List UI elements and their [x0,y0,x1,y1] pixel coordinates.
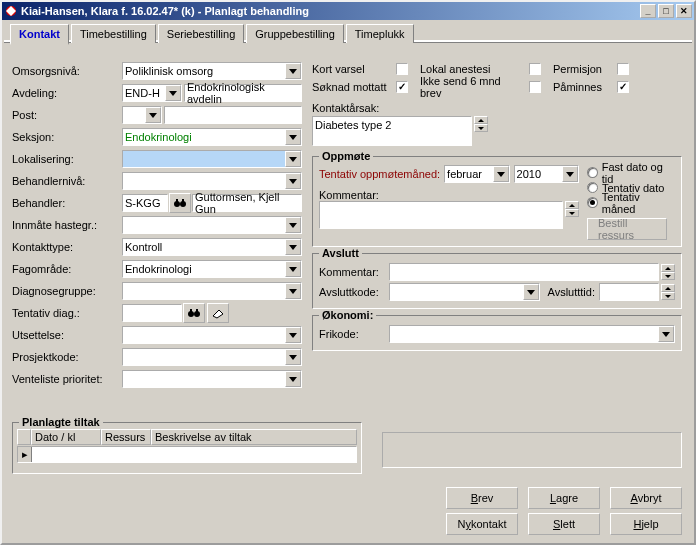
behandlerniva-select[interactable] [122,172,302,190]
slett-button[interactable]: Slett [528,513,600,535]
lokalanestesi-checkbox[interactable] [529,63,541,75]
year-select[interactable]: 2010 [514,165,579,183]
prosjektkode-select[interactable] [122,348,302,366]
chevron-down-icon[interactable] [285,371,301,387]
tab-timeplukk[interactable]: Timeplukk [346,24,414,43]
col-dato[interactable]: Dato / kl [31,429,101,445]
radio-maned[interactable] [587,197,598,208]
avslutttid-input[interactable] [599,283,659,301]
chevron-down-icon[interactable] [285,63,301,79]
tab-gruppebestilling[interactable]: Gruppebestilling [246,24,344,43]
seksjon-select[interactable]: Endokrinologi [122,128,302,146]
radio-fast[interactable] [587,167,598,178]
soknad-checkbox[interactable] [396,81,408,93]
hjelp-button[interactable]: Hjelp [610,513,682,535]
tab-kontakt[interactable]: Kontakt [10,24,69,45]
close-button[interactable]: ✕ [676,4,692,18]
chevron-down-icon[interactable] [285,151,301,167]
post-select[interactable] [122,106,162,124]
lagre-button[interactable]: Lagre [528,487,600,509]
lokalisering-label: Lokalisering: [12,153,122,165]
chevron-down-icon[interactable] [562,166,578,182]
left-panel: Omsorgsnivå: Poliklinisk omsorg Avdeling… [12,60,302,390]
tentativdiag-input[interactable] [122,304,182,322]
frikode-select[interactable] [389,325,675,343]
avsluttkode-select[interactable] [389,283,540,301]
oppmote-group: Oppmøte Tentativ oppmøtemåned: februar 2… [312,156,682,247]
chevron-down-icon[interactable] [658,326,674,342]
oppmote-kommentar-input[interactable] [319,201,563,229]
col-ressurs[interactable]: Ressurs [101,429,151,445]
grid-header: Dato / kl Ressurs Beskrivelse av tiltak [17,429,357,446]
post-label: Post: [12,109,122,121]
avsluttkode-label: Avsluttkode: [319,286,389,298]
diagnosegruppe-select[interactable] [122,282,302,300]
avslutt-kommentar-label: Kommentar: [319,266,389,278]
chevron-down-icon[interactable] [285,239,301,255]
fagomrade-select[interactable]: Endokrinologi [122,260,302,278]
avdeling-label: Avdeling: [12,87,122,99]
radio-dato[interactable] [587,182,598,193]
right-panel: Kort varsel Lokal anestesi Permisjon Søk… [312,60,682,357]
svg-rect-7 [190,309,192,312]
eraser-icon[interactable] [207,303,229,323]
avdeling-select[interactable]: END-H [122,84,182,102]
avslutt-kommentar-spinner[interactable] [661,264,675,280]
permisjon-label: Permisjon [553,63,613,75]
chevron-down-icon[interactable] [145,107,161,123]
avdeling-desc: Endokrinologisk avdelin [184,84,302,102]
chevron-down-icon[interactable] [285,217,301,233]
binoculars-icon[interactable] [169,193,191,213]
chevron-down-icon[interactable] [285,173,301,189]
omsorgsniva-select[interactable]: Poliklinisk omsorg [122,62,302,80]
table-row[interactable]: ▸ [17,446,357,463]
soknad-label: Søknad mottatt [312,81,392,93]
paminnes-checkbox[interactable] [617,81,629,93]
kontaktarsak-spinner[interactable] [474,116,488,146]
utsettelse-label: Utsettelse: [12,329,122,341]
innmate-select[interactable] [122,216,302,234]
behandler-code[interactable]: S-KGG [122,194,168,212]
venteliste-select[interactable] [122,370,302,388]
col-beskrivelse[interactable]: Beskrivelse av tiltak [151,429,357,445]
chevron-down-icon[interactable] [285,283,301,299]
kontakttype-label: Kontakttype: [12,241,122,253]
lokalisering-select[interactable] [122,150,302,168]
avbryt-button[interactable]: Avbryt [610,487,682,509]
chevron-down-icon[interactable] [285,327,301,343]
venteliste-label: Venteliste prioritet: [12,373,122,385]
diagnosegruppe-label: Diagnosegruppe: [12,285,122,297]
tab-bar: Kontakt Timebestilling Seriebestilling G… [2,20,694,43]
grid-corner [17,429,31,445]
kortvarsel-checkbox[interactable] [396,63,408,75]
chevron-down-icon[interactable] [285,349,301,365]
ikkesend-checkbox[interactable] [529,81,541,93]
avslutt-kommentar-input[interactable] [389,263,659,281]
binoculars-icon[interactable] [183,303,205,323]
minimize-button[interactable]: _ [640,4,656,18]
tab-seriebestilling[interactable]: Seriebestilling [158,24,244,43]
month-select[interactable]: februar [444,165,509,183]
chevron-down-icon[interactable] [285,261,301,277]
kontaktarsak-input[interactable]: Diabetes type 2 [312,116,472,146]
chevron-down-icon[interactable] [523,284,539,300]
kontakttype-select[interactable]: Kontroll [122,238,302,256]
planlagte-tiltak-group: Planlagte tiltak Dato / kl Ressurs Beskr… [12,422,362,474]
chevron-down-icon[interactable] [493,166,509,182]
row-marker-icon: ▸ [18,447,32,462]
bestill-ressurs-button[interactable]: Bestill ressurs [587,218,667,240]
avslutttid-spinner[interactable] [661,284,675,300]
chevron-down-icon[interactable] [165,85,181,101]
fagomrade-label: Fagområde: [12,263,122,275]
permisjon-checkbox[interactable] [617,63,629,75]
window-title: Kiai-Hansen, Klara f. 16.02.47* (k) - Pl… [21,5,638,17]
omsorgsniva-label: Omsorgsnivå: [12,65,122,77]
tentativ-label: Tentativ oppmøtemåned: [319,168,440,180]
oppmote-kommentar-spinner[interactable] [565,201,579,229]
utsettelse-select[interactable] [122,326,302,344]
nykontakt-button[interactable]: Ny kontakt [446,513,518,535]
tab-timebestilling[interactable]: Timebestilling [71,24,156,43]
brev-button[interactable]: Brev [446,487,518,509]
maximize-button[interactable]: □ [658,4,674,18]
chevron-down-icon[interactable] [285,129,301,145]
